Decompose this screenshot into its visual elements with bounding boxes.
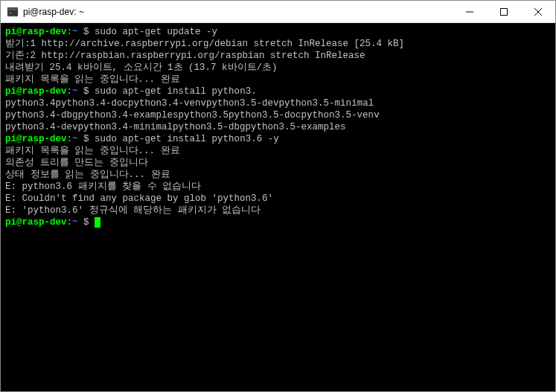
prompt-colon: :: [67, 27, 73, 37]
package-row: python3.4-devpython3.4-minimalpython3.5-…: [5, 121, 551, 133]
output-line: 패키지 목록을 읽는 중입니다... 완료: [5, 74, 551, 86]
output-line: 상태 정보를 읽는 중입니다... 완료: [5, 169, 551, 181]
command-1: sudo apt-get update -y: [95, 27, 217, 37]
svg-text:>_: >_: [9, 10, 16, 16]
output-line: E: Couldn't find any package by glob 'py…: [5, 193, 551, 205]
terminal-window: >_ pi@rasp-dev: ~ pi@rasp-dev:~ $ sudo a…: [0, 0, 556, 392]
window-title: pi@rasp-dev: ~: [23, 7, 453, 17]
output-line: 패키지 목록을 읽는 중입니다... 완료: [5, 145, 551, 157]
prompt-path: ~: [72, 27, 78, 37]
output-line: 받기:1 http://archive.raspberrypi.org/debi…: [5, 38, 551, 50]
output-line: 내려받기 25.4 k바이트, 소요시간 1초 (13.7 k바이트/초): [5, 62, 551, 74]
prompt-at: @: [16, 27, 22, 37]
command-2: sudo apt-get install python3.: [95, 86, 257, 97]
package-row: python3.4python3.4-docpython3.4-venvpyth…: [5, 97, 551, 109]
output-line: 의존성 트리를 만드는 중입니다: [5, 157, 551, 169]
output-line: E: 'python3.6' 정규식에 해당하는 패키지가 없습니다: [5, 205, 551, 216]
output-line: 기존:2 http://raspbian.raspberrypi.org/ras…: [5, 50, 551, 62]
svg-rect-4: [501, 8, 508, 15]
prompt-host: rasp-dev: [22, 27, 67, 37]
maximize-button[interactable]: [487, 1, 521, 22]
output-line: E: python3.6 패키지를 찾을 수 없습니다: [5, 181, 551, 193]
package-row: python3.4-dbgpython3.4-examplespython3.5…: [5, 109, 551, 121]
terminal-body[interactable]: pi@rasp-dev:~ $ sudo apt-get update -y받기…: [1, 23, 555, 391]
app-icon: >_: [7, 6, 19, 18]
cursor: [95, 217, 100, 228]
window-controls: [453, 1, 555, 22]
prompt-user: pi: [5, 27, 16, 37]
prompt-dollar: $: [78, 27, 95, 37]
titlebar[interactable]: >_ pi@rasp-dev: ~: [1, 1, 555, 23]
command-3: sudo apt-get install python3.6 -y: [95, 134, 279, 144]
minimize-button[interactable]: [453, 1, 487, 22]
close-button[interactable]: [521, 1, 555, 22]
